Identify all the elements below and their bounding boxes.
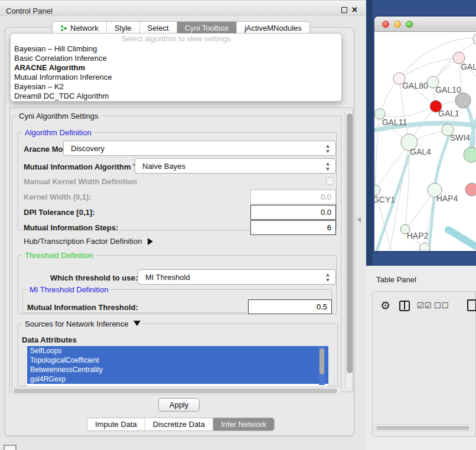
network-edge [380, 106, 436, 117]
float-window-icon[interactable] [341, 7, 347, 13]
select-all-checks-icon[interactable]: ☑☑ [417, 301, 432, 310]
node-label-HAP2: HAP2 [407, 231, 429, 240]
expand-right-icon [148, 238, 153, 245]
node-table-wrap: shared...nameAYDL19...YDL19...13YDR27...… [374, 319, 476, 423]
manual-kernel-label: Manual Kernel Width Definition [24, 177, 137, 186]
network-window-titlebar[interactable] [374, 17, 476, 32]
algorithm-option[interactable]: Bayesian – Hill Climbing [11, 44, 341, 54]
stepper-icon [326, 145, 330, 153]
network-node-GCY1[interactable] [374, 185, 380, 195]
data-attributes-label: Data Attributes [22, 335, 77, 344]
mi-threshold-group-title: MI Threshold Definition [27, 285, 110, 294]
tab-impute-data[interactable]: Impute Data [87, 418, 145, 431]
mi-algorithm-type-select[interactable]: Naive Bayes [135, 158, 336, 174]
data-attributes-list[interactable]: SelfLoopsTopologicalCoefficientBetweenne… [27, 346, 328, 386]
tab-label: Style [115, 24, 132, 32]
which-threshold-label: Which threshold to use: [50, 273, 138, 282]
settings-horizontal-scrollbar[interactable] [12, 387, 341, 394]
algorithm-option[interactable]: Dream8 DC_TDC Algorithm [11, 92, 341, 101]
network-node-salmon-node[interactable] [465, 183, 476, 196]
attribute-item[interactable]: SelfLoops [27, 346, 328, 356]
dpi-tolerance-field[interactable]: 0.0 [250, 205, 336, 220]
network-view-frame [366, 0, 373, 266]
network-edge-teal [448, 230, 476, 251]
node-label-HAP4: HAP4 [436, 194, 458, 203]
algorithm-dropdown-prompt: Select algorithm to view settings [11, 34, 341, 44]
settings-vertical-scrollbar[interactable] [345, 111, 353, 387]
mi-threshold-label: Mutual Information Threshold: [27, 303, 138, 312]
mi-type-label: Mutual Information Algorithm Type: [24, 162, 153, 171]
apply-button[interactable]: Apply [158, 398, 200, 412]
node-label-GAL1: GAL1 [438, 109, 459, 118]
kernel-width-label: Kernel Width (0,1): [24, 193, 92, 201]
attribute-list-scrollbar[interactable] [319, 347, 325, 385]
which-threshold-select[interactable]: MI Threshold [138, 269, 336, 285]
network-icon [60, 25, 67, 32]
mi-threshold-field[interactable]: 0.5 [248, 299, 332, 314]
tab-label: Select [148, 24, 169, 32]
tab-style[interactable]: Style [107, 22, 140, 34]
node-label-SWI4: SWI4 [450, 133, 470, 142]
manual-kernel-checkbox[interactable] [326, 177, 334, 185]
kernel-width-field[interactable]: 0.0 [250, 190, 336, 204]
tab-select[interactable]: Select [140, 22, 177, 34]
zoom-traffic-light-icon[interactable] [406, 21, 413, 28]
tab-jactivemnodules[interactable]: jActiveMNodules [237, 22, 309, 34]
algorithm-dropdown-popup: Select algorithm to view settings Bayesi… [10, 33, 342, 102]
network-node-gray-node[interactable] [455, 93, 471, 108]
table-toolbar: ⚙ ☑☑ ☐☐ [376, 298, 476, 316]
mi-steps-field[interactable]: 6 [250, 220, 336, 235]
gear-icon[interactable]: ⚙ [380, 299, 390, 312]
bottom-left-panel-icon[interactable] [4, 445, 17, 450]
panel-splitter-grip[interactable] [357, 217, 361, 222]
network-window: GALGAL80GAL10GAL1GAL11SWI4GAL4GCY1HAP4YH… [374, 17, 476, 251]
threshold-definition-title: Threshold Definition [22, 251, 96, 260]
network-canvas[interactable]: GALGAL80GAL10GAL1GAL11SWI4GAL4GCY1HAP4YH… [374, 32, 476, 251]
table-panel-title: Table Panel [376, 275, 416, 284]
document-icon[interactable] [467, 299, 476, 311]
algorithm-option[interactable]: ARACNE Algorithm [11, 63, 341, 73]
sources-group-title[interactable]: Sources for Network Inference [22, 319, 143, 328]
attribute-item[interactable]: TopologicalCoefficient [27, 356, 328, 365]
algorithm-option[interactable]: Bayesian – K2 [11, 82, 341, 92]
close-icon[interactable]: ✕ [351, 5, 358, 14]
node-label-GAL4: GAL4 [410, 147, 431, 156]
aracne-mode-select[interactable]: Discovery [63, 141, 336, 156]
network-node-top-right[interactable] [473, 32, 476, 45]
control-panel-title: Control Panel [6, 6, 53, 15]
tab-label: jActiveMNodules [244, 24, 302, 32]
tab-label: Network [70, 24, 99, 32]
algorithm-option[interactable]: Basic Correlation Inference [11, 54, 341, 63]
network-node-bottom-node[interactable] [419, 243, 430, 251]
tab-cyni-toolbox[interactable]: Cyni Toolbox [177, 22, 237, 34]
network-edge [375, 114, 380, 190]
table-horizontal-scrollbar[interactable] [374, 424, 472, 431]
columns-icon[interactable] [399, 301, 410, 311]
node-label-pink-top: GAL [461, 62, 476, 71]
cyni-mode-tabbar: Impute DataDiscretize DataInfer Network [87, 418, 275, 431]
stepper-icon [326, 273, 330, 282]
close-traffic-light-icon[interactable] [382, 21, 389, 28]
tab-discretize-data[interactable]: Discretize Data [145, 418, 213, 431]
mi-steps-label: Mutual Information Steps: [24, 223, 118, 232]
node-label-GAL80: GAL80 [402, 81, 428, 90]
node-label-GAL11: GAL11 [382, 118, 407, 127]
node-label-GAL10: GAL10 [435, 85, 461, 94]
node-label-GCY1: GCY1 [374, 195, 395, 204]
tab-network[interactable]: Network [53, 22, 107, 34]
attribute-item[interactable]: BetweennessCentrality [27, 365, 328, 374]
control-panel-titlebar: Control Panel ✕ [0, 0, 365, 15]
deselect-all-checks-icon[interactable]: ☐☐ [434, 301, 449, 310]
algorithm-dropdown-list: Bayesian – Hill ClimbingBasic Correlatio… [11, 44, 341, 101]
minimize-traffic-light-icon[interactable] [394, 21, 401, 28]
hub-definition-toggle[interactable]: Hub/Transcription Factor Definition [24, 237, 153, 246]
network-node-green-bright[interactable] [464, 147, 476, 162]
algorithm-definition-title: Algorithm Definition [22, 128, 94, 137]
cyni-group-title: Cyni Algorithm Settings [17, 112, 100, 120]
tab-label: Cyni Toolbox [185, 24, 229, 32]
tab-infer-network[interactable]: Infer Network [213, 418, 274, 431]
dpi-tolerance-label: DPI Tolerance [0,1]: [24, 208, 94, 217]
collapse-down-icon [133, 321, 141, 326]
algorithm-option[interactable]: Mutual Information Inference [11, 73, 341, 82]
attribute-item[interactable]: gal4RGexp [27, 374, 328, 384]
